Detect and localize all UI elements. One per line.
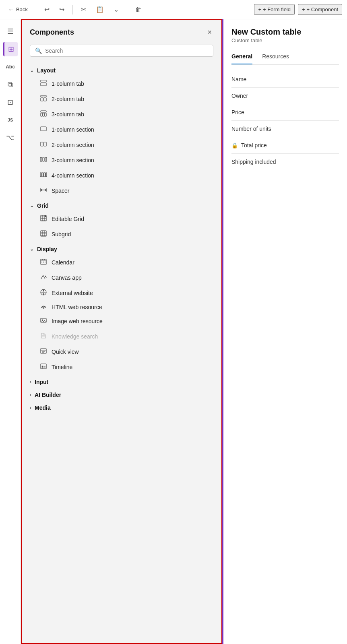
layout-arrow-icon	[30, 68, 34, 73]
1col-tab-icon	[39, 79, 48, 88]
search-box: 🔍	[30, 45, 213, 57]
back-icon: ←	[8, 6, 14, 13]
field-shipping-included: Shipping included	[231, 154, 339, 170]
component-image-web-resource[interactable]: Image web resource	[30, 314, 213, 329]
sidebar-item-connector[interactable]: ⌥	[3, 130, 18, 145]
knowledge-search-icon	[39, 332, 48, 341]
connector-icon: ⌥	[6, 133, 14, 142]
media-arrow-icon	[30, 405, 31, 411]
component-editable-grid[interactable]: Editable Grid	[30, 211, 213, 227]
paste-button[interactable]: 📋	[93, 4, 107, 15]
svg-rect-41	[45, 262, 45, 262]
main-area: ☰ ⊞ Abc ⧉ ⊡ JS ⌥ Components × 🔍	[0, 19, 347, 644]
svg-rect-2	[41, 95, 46, 97]
calendar-label: Calendar	[52, 259, 74, 266]
chevron-down-icon: ⌄	[114, 6, 119, 13]
add-form-field-button[interactable]: + + Form field	[254, 4, 295, 15]
category-grid-label: Grid	[37, 202, 49, 209]
table-icon: ⊡	[7, 98, 13, 107]
component-spacer[interactable]: Spacer	[30, 183, 213, 198]
cut-button[interactable]: ✂	[78, 4, 89, 15]
category-display-label: Display	[37, 246, 57, 252]
component-quick-view[interactable]: Quick view	[30, 344, 213, 359]
sidebar-item-text[interactable]: Abc	[3, 60, 18, 74]
grid-icon: ⊞	[8, 45, 14, 54]
component-html-web-resource[interactable]: </> HTML web resource	[30, 301, 213, 314]
sidebar-item-grid[interactable]: ⊞	[3, 42, 18, 56]
lock-icon: 🔒	[231, 142, 238, 149]
redo-button[interactable]: ↪	[56, 4, 68, 15]
1col-section-icon	[39, 125, 48, 134]
component-subgrid[interactable]: Subgrid	[30, 227, 213, 242]
spacer-label: Spacer	[52, 188, 69, 194]
toolbar-divider-3	[127, 5, 127, 14]
category-layout-header[interactable]: Layout	[30, 63, 213, 76]
ai-arrow-icon	[30, 392, 31, 398]
sidebar-item-table[interactable]: ⊡	[3, 95, 18, 109]
category-ai-label: AI Builder	[35, 392, 61, 398]
svg-rect-12	[40, 157, 42, 161]
undo-button[interactable]: ↩	[41, 4, 53, 15]
3col-section-icon	[39, 156, 48, 165]
component-1column-tab[interactable]: 1-column tab	[30, 76, 213, 91]
tab-resources[interactable]: Resources	[262, 50, 289, 64]
field-name: Name	[231, 71, 339, 88]
search-input[interactable]	[45, 47, 208, 54]
component-1column-section[interactable]: 1-column section	[30, 122, 213, 137]
category-ai-header[interactable]: AI Builder	[30, 388, 213, 400]
component-2column-section[interactable]: 2-column section	[30, 137, 213, 153]
component-4column-section[interactable]: 4-column section	[30, 168, 213, 183]
sidebar-item-hamburger[interactable]: ☰	[3, 24, 18, 39]
delete-icon: 🗑	[135, 6, 142, 13]
dropdown-button[interactable]: ⌄	[110, 4, 122, 15]
component-3column-section[interactable]: 3-column section	[30, 153, 213, 168]
add-component-button[interactable]: + + Component	[298, 4, 342, 15]
2col-tab-icon	[39, 95, 48, 103]
display-arrow-icon	[30, 246, 34, 252]
subgrid-icon	[39, 230, 48, 239]
svg-rect-0	[41, 80, 46, 82]
svg-point-42	[45, 276, 46, 277]
svg-point-54	[42, 366, 43, 367]
3col-section-label: 3-column section	[52, 157, 94, 163]
external-website-label: External website	[52, 290, 93, 296]
panel-close-button[interactable]: ×	[206, 27, 213, 38]
field-name-label: Name	[231, 76, 246, 83]
component-2column-tab[interactable]: 2-column tab	[30, 91, 213, 107]
component-calendar[interactable]: Calendar	[30, 255, 213, 270]
category-grid-header[interactable]: Grid	[30, 198, 213, 211]
delete-button[interactable]: 🗑	[132, 4, 145, 15]
image-web-resource-label: Image web resource	[52, 318, 103, 324]
timeline-icon	[39, 363, 48, 372]
right-panel: New Custom table Custom table General Re…	[222, 19, 347, 644]
spacer-icon	[39, 186, 48, 195]
svg-rect-15	[40, 173, 41, 177]
html-web-resource-label: HTML web resource	[52, 304, 102, 310]
component-canvas-app[interactable]: Canvas app	[30, 270, 213, 285]
category-display-header[interactable]: Display	[30, 242, 213, 255]
search-icon: 🔍	[35, 47, 42, 54]
html-icon: </>	[39, 305, 48, 310]
back-button[interactable]: ← Back	[5, 4, 31, 15]
subgrid-label: Subgrid	[52, 231, 71, 237]
3col-tab-icon	[39, 110, 48, 119]
sidebar-item-layers[interactable]: ⧉	[3, 77, 18, 92]
component-external-website[interactable]: External website	[30, 285, 213, 301]
field-number-of-units: Number of units	[231, 121, 339, 137]
category-input-label: Input	[35, 379, 48, 385]
svg-rect-17	[44, 173, 45, 177]
component-timeline[interactable]: Timeline	[30, 359, 213, 375]
component-3column-tab[interactable]: 3-column tab	[30, 107, 213, 122]
svg-rect-18	[46, 173, 47, 177]
svg-rect-6	[41, 113, 42, 116]
paste-icon: 📋	[96, 6, 104, 13]
hamburger-icon: ☰	[7, 27, 14, 36]
svg-rect-4	[44, 98, 46, 101]
category-input-header[interactable]: Input	[30, 375, 213, 388]
2col-section-label: 2-column section	[52, 142, 94, 148]
2col-section-icon	[39, 140, 48, 149]
sidebar-item-js[interactable]: JS	[3, 113, 18, 127]
tab-general[interactable]: General	[231, 50, 252, 64]
category-media-header[interactable]: Media	[30, 400, 213, 413]
svg-rect-8	[45, 113, 46, 116]
